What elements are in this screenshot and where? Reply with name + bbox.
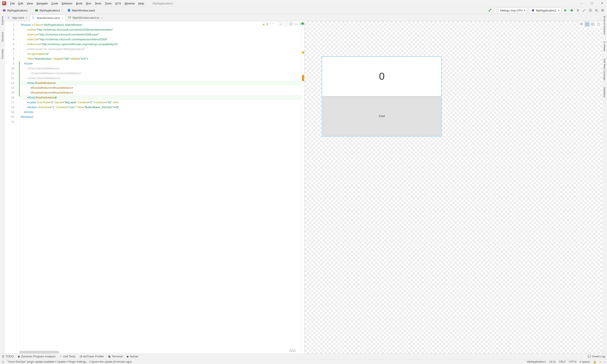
build-button[interactable] xyxy=(487,8,492,13)
code-line[interactable]: <Grid.RowDefinitions> xyxy=(21,81,301,86)
menu-view[interactable]: View xyxy=(25,1,35,6)
view-mode-design[interactable] xyxy=(590,22,595,27)
dpa-tool-tab[interactable]: ◉Dynamic Program Analysis xyxy=(18,355,55,358)
code-line[interactable]: <Grid> xyxy=(21,61,301,66)
structure-tool-tab[interactable]: Structure xyxy=(1,31,4,43)
code-line[interactable]: xmlns:local="clr-namespace:WpfApplicatio… xyxy=(21,47,301,52)
refresh-button[interactable]: ⟳ xyxy=(299,22,303,26)
view-mode-code[interactable] xyxy=(579,22,584,27)
breadcrumb-file[interactable]: MainWindow.xaml xyxy=(66,8,97,13)
horizontal-scrollbar[interactable] xyxy=(19,351,59,353)
code-line[interactable]: <RowDefinition></RowDefinition> xyxy=(21,90,301,95)
readonly-lock-icon[interactable]: 🔓 xyxy=(593,360,596,363)
zoom-reset-button[interactable]: 1:1 xyxy=(294,23,298,25)
close-tab-button[interactable]: × xyxy=(62,16,64,20)
build-config-selector[interactable]: Debug | Any CPU xyxy=(494,8,527,13)
menu-tools[interactable]: Tools xyxy=(103,1,113,6)
code-line[interactable]: mc:Ignorable="d" xyxy=(21,52,301,56)
view-mode-split[interactable] xyxy=(584,22,590,27)
nuget-tool-tab[interactable]: ◆NuGet xyxy=(127,355,138,358)
run-button[interactable] xyxy=(563,8,568,13)
caret-position[interactable]: 16:31 xyxy=(549,360,556,363)
warning-marker[interactable] xyxy=(302,52,304,53)
code-line[interactable]: Window x:Class="WpfApplication1.MainWind… xyxy=(21,23,301,27)
menu-edit[interactable]: Edit xyxy=(16,1,25,6)
search-everywhere-button[interactable] xyxy=(594,8,599,13)
menu-vcs[interactable]: VCS xyxy=(113,1,123,6)
zoom-in-button[interactable]: ＋ xyxy=(278,22,283,26)
code-line[interactable] xyxy=(21,119,301,124)
prev-highlight-button[interactable]: ˄ xyxy=(269,23,271,26)
il-viewer-tool-tab[interactable]: IL Viewer xyxy=(603,40,606,52)
code-line[interactable]: </Grid> xyxy=(21,110,301,115)
line-separator[interactable]: CRLF xyxy=(559,360,566,363)
database-tool-tab[interactable]: Database xyxy=(603,86,606,99)
status-project[interactable]: WpfApplication1 xyxy=(527,360,546,363)
maximize-button[interactable]: ▢ xyxy=(587,0,597,7)
code-line[interactable]: xmlns="http://schemas.microsoft.com/winf… xyxy=(21,27,301,32)
close-tab-button[interactable]: × xyxy=(26,16,27,19)
code-line[interactable]: xmlns:d="http://schemas.microsoft.com/ex… xyxy=(21,37,301,42)
code-line[interactable]: <Button Grid.Row="1" Content="Cool" Clic… xyxy=(21,105,301,110)
menu-refactor[interactable]: Refactor xyxy=(60,1,74,6)
stop-button[interactable] xyxy=(575,8,581,13)
code-line[interactable]: Title="MainWindow" Height="350" Width="5… xyxy=(21,56,301,61)
menu-code[interactable]: Code xyxy=(50,1,60,6)
explorer-tool-tab[interactable]: Explorer xyxy=(1,15,4,26)
menu-build[interactable]: Build xyxy=(74,1,84,6)
debug-button[interactable] xyxy=(569,8,574,13)
menu-help[interactable]: Help xyxy=(136,1,146,6)
attach-button[interactable] xyxy=(581,8,587,13)
favorites-tool-tab[interactable]: Favorites xyxy=(1,48,4,60)
code-line[interactable]: /Window> xyxy=(21,115,301,119)
fit-width-button[interactable]: ⿴ xyxy=(289,22,293,26)
preview-canvas[interactable]: 0 Cool xyxy=(304,21,602,353)
indent-info[interactable]: 4 spaces xyxy=(580,360,590,363)
close-tab-button[interactable]: × xyxy=(101,16,103,19)
editor-tab[interactable]: ⟨⟩MainWindow.xaml× xyxy=(30,14,66,21)
errors-in-solution-tool-tab[interactable]: Errors in Solution xyxy=(603,15,606,35)
menu-run[interactable]: Run xyxy=(84,1,93,6)
next-highlight-button[interactable]: ˅ xyxy=(272,23,274,26)
error-stripe[interactable] xyxy=(301,21,304,353)
warning-marker[interactable] xyxy=(302,75,304,81)
code-line[interactable]: <Grid.ColumnDefinitions> xyxy=(21,66,301,71)
code-line[interactable]: xmlns:x="http://schemas.microsoft.com/wi… xyxy=(21,32,301,37)
breadcrumb-solution[interactable]: WpfApplication1 〉 xyxy=(1,8,34,13)
zoom-out-button[interactable]: － xyxy=(284,22,288,26)
unit-tests-tool-tab[interactable]: ✓Unit Tests xyxy=(60,355,76,358)
breadcrumb-project[interactable]: WpfApplication1 〉 xyxy=(34,8,66,13)
more-icon[interactable]: ▿ xyxy=(604,360,605,363)
terminal-tool-tab[interactable]: ▣Terminal xyxy=(108,355,122,358)
todo-tool-tab[interactable]: ☰TODO xyxy=(2,355,14,358)
code-line[interactable]: </Grid.ColumnDefinitions> xyxy=(21,76,301,81)
run-config-selector[interactable]: WpfApplication1 xyxy=(530,8,561,13)
status-message[interactable]: "Azure DevOps" plugin update available /… xyxy=(7,360,132,363)
view-mode-fullscreen[interactable] xyxy=(596,22,601,27)
tool-windows-toggle-icon[interactable]: ▢ xyxy=(2,360,4,363)
code-editor[interactable]: 123456789101112131415161718192021 Window… xyxy=(5,21,304,353)
settings-button[interactable] xyxy=(600,8,605,13)
menu-file[interactable]: File xyxy=(8,1,16,6)
editor-tab[interactable]: ⟨⟩App.xaml× xyxy=(5,14,30,21)
menu-navigate[interactable]: Navigate xyxy=(35,1,49,6)
profile-button[interactable] xyxy=(588,8,593,13)
warning-count[interactable]: 2 xyxy=(266,23,268,26)
unit-tests-coverage-tool-tab[interactable]: Unit Tests Coverage xyxy=(603,58,606,81)
file-encoding[interactable]: UTF-8 xyxy=(569,360,576,363)
code-line[interactable]: xmlns:mc="http://schemas.openxmlformats.… xyxy=(21,42,301,47)
menu-tests[interactable]: Tests xyxy=(93,1,103,6)
code-line[interactable]: <RowDefinition></RowDefinition> xyxy=(21,86,301,90)
navigation-toolbar: WpfApplication1 〉 WpfApplication1 〉 Main… xyxy=(0,7,607,14)
minimize-button[interactable]: — xyxy=(577,0,587,7)
dottrace-tool-tab[interactable]: ◔dotTrace Profiler xyxy=(79,355,104,358)
code-line[interactable]: <Label Grid.Row="0" Name="MyLabel" Conte… xyxy=(21,100,301,105)
code-area[interactable]: Window x:Class="WpfApplication1.MainWind… xyxy=(19,21,301,353)
memory-indicator-icon[interactable]: ▾ xyxy=(599,360,601,363)
code-line[interactable]: </Grid.RowDefinitions> xyxy=(21,95,301,100)
editor-tab[interactable]: C#MainWindow.xaml.cs× xyxy=(66,14,105,21)
event-log-tool-tab[interactable]: 💬Event Log xyxy=(588,355,605,358)
close-button[interactable]: ✕ xyxy=(597,0,607,7)
menu-window[interactable]: Window xyxy=(123,1,136,6)
code-line[interactable]: <ColumnDefinition></ColumnDefinition> xyxy=(21,71,301,76)
